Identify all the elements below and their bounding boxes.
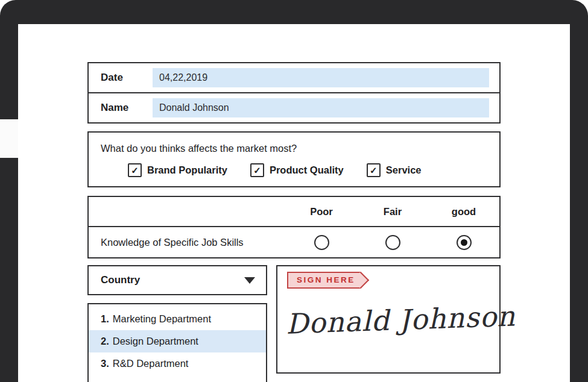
column-header-poor: Poor bbox=[286, 206, 357, 218]
checkbox-group: ✓ Brand Popularity ✓ Product Quality ✓ S… bbox=[128, 163, 499, 177]
list-item-number: 3. bbox=[101, 358, 109, 369]
market-question-section: What do you thinks affects the market mo… bbox=[87, 131, 501, 187]
name-label: Name bbox=[89, 102, 153, 114]
rating-cell-fair bbox=[357, 235, 428, 250]
option-service[interactable]: ✓ Service bbox=[367, 163, 422, 177]
checkbox-checked-icon[interactable]: ✓ bbox=[250, 163, 264, 177]
column-header-good: good bbox=[428, 206, 499, 218]
date-input[interactable]: 04,22,2019 bbox=[153, 68, 489, 87]
option-label-brand-popularity: Brand Popularity bbox=[147, 164, 227, 176]
checkbox-checked-icon[interactable]: ✓ bbox=[367, 163, 381, 177]
rating-header-row: Poor Fair good bbox=[89, 197, 499, 227]
rating-row-job-skills: Knowledge of Specific Job Skills bbox=[89, 227, 499, 257]
list-item-rnd[interactable]: 3.R&D Department bbox=[89, 352, 266, 375]
rating-row-label: Knowledge of Specific Job Skills bbox=[89, 237, 286, 248]
date-name-section: Date 04,22,2019 Name Donald Johnson bbox=[87, 62, 501, 124]
name-input[interactable]: Donald Johnson bbox=[153, 98, 489, 117]
country-dropdown[interactable]: Country bbox=[87, 265, 267, 295]
sign-here-tag[interactable]: SIGN HERE bbox=[287, 272, 360, 289]
date-row: Date 04,22,2019 bbox=[89, 63, 499, 92]
list-item-label: Design Department bbox=[113, 336, 198, 346]
rating-table: Poor Fair good Knowledge of Specific Job… bbox=[87, 196, 501, 258]
name-row: Name Donald Johnson bbox=[89, 92, 499, 122]
option-label-service: Service bbox=[386, 164, 422, 176]
rating-cell-good bbox=[428, 235, 499, 250]
signature-text: Donald Johnson bbox=[285, 299, 516, 340]
radio-poor[interactable] bbox=[314, 235, 329, 250]
signature-field[interactable]: SIGN HERE Donald Johnson bbox=[276, 265, 501, 374]
option-label-product-quality: Product Quality bbox=[270, 164, 344, 176]
dropdown-caret-icon bbox=[244, 277, 255, 284]
department-list: 1.Marketing Department 2.Design Departme… bbox=[87, 303, 267, 382]
device-frame: Date 04,22,2019 Name Donald Johnson What… bbox=[0, 0, 588, 382]
list-item-design-selected[interactable]: 2.Design Department bbox=[89, 330, 266, 352]
bezel-notch bbox=[0, 119, 18, 158]
radio-good-selected[interactable] bbox=[457, 235, 472, 250]
radio-fair[interactable] bbox=[385, 235, 400, 250]
column-header-fair: Fair bbox=[357, 206, 428, 218]
country-label: Country bbox=[101, 274, 140, 286]
date-label: Date bbox=[89, 72, 153, 84]
list-item-number: 1. bbox=[101, 313, 109, 324]
rating-cell-poor bbox=[286, 235, 357, 250]
option-brand-popularity[interactable]: ✓ Brand Popularity bbox=[128, 163, 227, 177]
list-item-marketing[interactable]: 1.Marketing Department bbox=[89, 308, 266, 330]
sign-here-label: SIGN HERE bbox=[297, 275, 355, 284]
checkbox-checked-icon[interactable]: ✓ bbox=[128, 163, 142, 177]
option-product-quality[interactable]: ✓ Product Quality bbox=[250, 163, 344, 177]
list-item-label: R&D Department bbox=[113, 358, 189, 369]
list-item-number: 2. bbox=[101, 336, 109, 346]
list-item-label: Marketing Department bbox=[113, 313, 211, 324]
question-text: What do you thinks affects the market mo… bbox=[101, 143, 499, 154]
form-page: Date 04,22,2019 Name Donald Johnson What… bbox=[18, 24, 570, 382]
